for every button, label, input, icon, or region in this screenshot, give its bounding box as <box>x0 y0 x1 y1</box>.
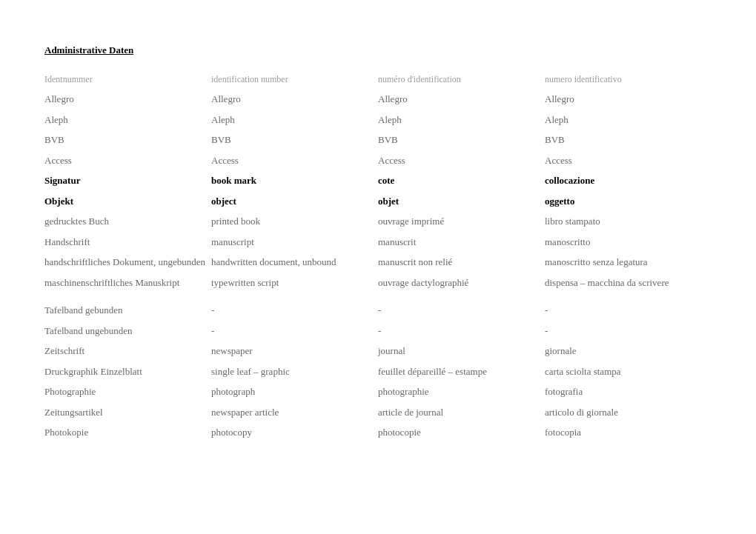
table-cell: Photokopie <box>44 422 211 443</box>
table-cell: - <box>378 300 545 321</box>
table-cell: Access <box>378 150 545 171</box>
table-cell: dispensa – macchina da scrivere <box>545 273 712 293</box>
table-row <box>44 293 712 300</box>
table-cell: Druckgraphik Einzelblatt <box>44 361 211 382</box>
table-cell: Tafelband gebunden <box>44 300 211 321</box>
table-cell: BVB <box>44 130 211 150</box>
data-table: Identnummeridentification numbernuméro d… <box>44 70 712 443</box>
table-cell: BVB <box>545 130 712 150</box>
table-cell: handschriftliches Dokument, ungebunden <box>44 252 211 273</box>
table-cell: Aleph <box>378 110 545 130</box>
table-cell: - <box>545 300 712 321</box>
table-cell: book mark <box>211 170 378 191</box>
table-row: Signaturbook markcotecollocazione <box>44 170 712 191</box>
table-cell: journal <box>378 341 545 361</box>
table-cell: printed book <box>211 211 378 232</box>
table-row: handschriftliches Dokument, ungebundenha… <box>44 252 712 273</box>
table-cell: manuscrit non relié <box>378 252 545 273</box>
table-cell: BVB <box>378 130 545 150</box>
table-cell: Aleph <box>545 110 712 130</box>
table-cell: Objekt <box>44 191 211 212</box>
table-row: Photographiephotographphotographiefotogr… <box>44 381 712 402</box>
table-cell: Tafelband ungebunden <box>44 321 211 341</box>
table-row: Handschriftmanuscriptmanuscritmanoscritt… <box>44 232 712 253</box>
table-cell: single leaf – graphic <box>211 361 378 382</box>
table-cell: manoscritto <box>545 232 712 253</box>
table-cell: manoscritto senza legatura <box>545 252 712 273</box>
table-cell: - <box>378 321 545 341</box>
table-row: maschinenschriftliches Manuskripttypewri… <box>44 273 712 293</box>
table-cell: oggetto <box>545 191 712 212</box>
table-cell: manuscrit <box>378 232 545 253</box>
table-cell: Photographie <box>44 381 211 402</box>
table-cell: - <box>545 321 712 341</box>
table-cell: manuscript <box>211 232 378 253</box>
table-row: Objektobjectobjetoggetto <box>44 191 712 212</box>
table-row: AlephAlephAlephAleph <box>44 110 712 130</box>
table-cell: BVB <box>211 130 378 150</box>
table-cell: Zeitungsartikel <box>44 402 211 423</box>
table-cell: identification number <box>211 70 378 89</box>
table-cell: Handschrift <box>44 232 211 253</box>
section-title: Administrative Daten <box>44 44 712 56</box>
table-row: Tafelband ungebunden--- <box>44 321 712 341</box>
table-cell: Aleph <box>44 110 211 130</box>
table-cell: ouvrage imprimé <box>378 211 545 232</box>
table-cell: Allegro <box>211 89 378 110</box>
table-cell: photocopy <box>211 422 378 443</box>
table-cell: gedrucktes Buch <box>44 211 211 232</box>
table-cell: feuillet dépareillé – estampe <box>378 361 545 382</box>
table-cell: photocopie <box>378 422 545 443</box>
table-cell: cote <box>378 170 545 191</box>
table-cell: Identnummer <box>44 70 211 89</box>
table-cell: Allegro <box>44 89 211 110</box>
table-cell: Zeitschrift <box>44 341 211 361</box>
table-cell: newspaper article <box>211 402 378 423</box>
table-cell: article de journal <box>378 402 545 423</box>
table-row: BVBBVBBVBBVB <box>44 130 712 150</box>
table-cell: numero identificativo <box>545 70 712 89</box>
table-cell: typewritten script <box>211 273 378 293</box>
table-cell: - <box>211 321 378 341</box>
table-cell <box>378 293 545 300</box>
table-cell: photograph <box>211 381 378 402</box>
table-cell: giornale <box>545 341 712 361</box>
table-cell: fotografia <box>545 381 712 402</box>
table-cell: numéro d'identification <box>378 70 545 89</box>
table-cell: objet <box>378 191 545 212</box>
table-row: AccessAccessAccessAccess <box>44 150 712 171</box>
table-cell <box>211 293 378 300</box>
table-row: Identnummeridentification numbernuméro d… <box>44 70 712 89</box>
table-row: gedrucktes Buchprinted bookouvrage impri… <box>44 211 712 232</box>
table-cell: Access <box>44 150 211 171</box>
table-cell: collocazione <box>545 170 712 191</box>
table-cell: Signatur <box>44 170 211 191</box>
table-cell: ouvrage dactylographié <box>378 273 545 293</box>
table-row: Photokopiephotocopyphotocopiefotocopia <box>44 422 712 443</box>
table-cell: fotocopia <box>545 422 712 443</box>
table-row: AllegroAllegroAllegroAllegro <box>44 89 712 110</box>
table-cell: Aleph <box>211 110 378 130</box>
table-cell: handwritten document, unbound <box>211 252 378 273</box>
table-cell: articolo di giornale <box>545 402 712 423</box>
table-cell: carta sciolta stampa <box>545 361 712 382</box>
table-cell: maschinenschriftliches Manuskript <box>44 273 211 293</box>
table-cell: libro stampato <box>545 211 712 232</box>
table-cell: Access <box>545 150 712 171</box>
table-cell <box>545 293 712 300</box>
table-cell: newspaper <box>211 341 378 361</box>
table-cell <box>44 293 211 300</box>
table-cell: Access <box>211 150 378 171</box>
table-row: Zeitungsartikelnewspaper articlearticle … <box>44 402 712 423</box>
table-row: Zeitschriftnewspaperjournalgiornale <box>44 341 712 361</box>
table-cell: Allegro <box>545 89 712 110</box>
table-cell: photographie <box>378 381 545 402</box>
table-cell: object <box>211 191 378 212</box>
table-row: Tafelband gebunden--- <box>44 300 712 321</box>
table-cell: - <box>211 300 378 321</box>
table-row: Druckgraphik Einzelblattsingle leaf – gr… <box>44 361 712 382</box>
table-cell: Allegro <box>378 89 545 110</box>
